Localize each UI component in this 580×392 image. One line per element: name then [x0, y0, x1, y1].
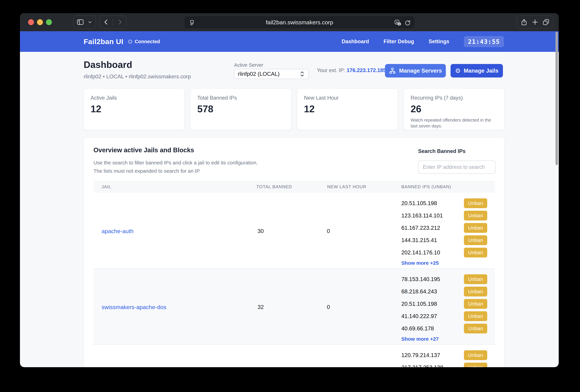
- active-server-label: Active Server: [234, 62, 263, 68]
- tab-overview-icon[interactable]: [542, 18, 550, 26]
- sidebar-icon: [76, 18, 84, 26]
- column-header-new-last-hour: NEW LAST HOUR: [327, 181, 366, 193]
- stat-label: Recurring IPs (7 days): [411, 95, 498, 101]
- banned-ip: 123.163.114.101: [401, 212, 443, 219]
- stat-description: Watch repeated offenders detected in the…: [411, 117, 498, 129]
- new-tab-icon[interactable]: [531, 18, 539, 26]
- active-server-value: rlinfp02 (LOCAL): [238, 71, 280, 77]
- unban-button[interactable]: Unban: [464, 211, 487, 220]
- page-format-icon[interactable]: [189, 19, 195, 26]
- overview-description-1: Use the search to filter banned IPs and …: [93, 160, 258, 166]
- nav-dashboard[interactable]: Dashboard: [342, 38, 369, 45]
- stat-label: Total Banned IPs: [197, 95, 284, 101]
- nav-filter-debug[interactable]: Filter Debug: [383, 38, 414, 45]
- external-ip: Your ext. IP: 176.223.172.185: [317, 67, 386, 73]
- clock-badge: 21:43:55: [464, 36, 504, 47]
- table-row: apache-auth 30 0 20.51.105.198 Unban 123…: [93, 193, 495, 269]
- unban-button[interactable]: Unban: [464, 223, 487, 233]
- unban-button[interactable]: Unban: [464, 311, 487, 321]
- external-ip-label: Your ext. IP:: [317, 67, 345, 73]
- stat-cards: Active Jails 12 Total Banned IPs 578 New…: [84, 89, 504, 130]
- banned-ip: 144.31.215.41: [401, 237, 437, 243]
- connected-status-icon: [128, 39, 132, 44]
- server-breadcrumb: rlinfp02 • LOCAL • rlinfp02.swissmakers.…: [84, 73, 191, 80]
- show-more-link[interactable]: Show more +27: [401, 336, 439, 342]
- search-banned-ips-label: Search Banned IPs: [418, 148, 466, 154]
- chevron-down-icon: [87, 19, 93, 25]
- banned-ip: 61.167.223.212: [401, 225, 440, 231]
- unban-button[interactable]: Unban: [464, 299, 487, 309]
- stat-value: 12: [91, 103, 177, 114]
- traffic-lights: [28, 19, 52, 25]
- divider: [113, 18, 113, 26]
- sidebar-toggle[interactable]: [73, 15, 96, 29]
- stat-value: 12: [304, 103, 391, 114]
- active-server-select[interactable]: rlinfp02 (LOCAL): [234, 69, 309, 79]
- overview-title: Overview active Jails and Blocks: [93, 147, 194, 154]
- new-last-hour-value: 0: [327, 228, 330, 234]
- banned-ip: 78.153.140.195: [401, 276, 440, 283]
- overview-panel: Overview active Jails and Blocks Use the…: [84, 138, 504, 367]
- address-bar[interactable]: fail2ban.swissmakers.corp A x: [184, 16, 415, 29]
- stat-card-active-jails: Active Jails 12: [84, 89, 184, 130]
- unban-button[interactable]: Unban: [464, 248, 487, 257]
- banned-ip: 20.51.105.198: [401, 301, 437, 307]
- manage-jails-label: Manage Jails: [464, 68, 498, 74]
- unban-button[interactable]: Unban: [464, 235, 487, 245]
- forward-button[interactable]: [116, 18, 123, 26]
- stat-card-total-banned: Total Banned IPs 578: [190, 89, 291, 130]
- unban-button[interactable]: Unban: [464, 324, 487, 333]
- overview-description-2: The lists must not expanded to search fo…: [93, 168, 200, 174]
- share-icon[interactable]: [520, 18, 528, 26]
- total-banned-value: 30: [258, 228, 264, 234]
- stat-card-new-last-hour: New Last Hour 12: [297, 89, 398, 130]
- back-button[interactable]: [103, 18, 110, 26]
- unban-button[interactable]: Unban: [464, 274, 487, 284]
- gear-icon: ⚙: [455, 68, 461, 74]
- stat-value: 578: [197, 103, 284, 114]
- sitemap-icon: [389, 67, 396, 74]
- zoom-button[interactable]: [46, 19, 52, 25]
- new-last-hour-value: 0: [327, 304, 330, 310]
- unban-button[interactable]: Unban: [464, 287, 487, 296]
- translate-icon[interactable]: A x: [394, 19, 402, 27]
- jail-link-swissmakers-apache-dos[interactable]: swissmakers-apache-dos: [102, 304, 166, 310]
- stat-value: 26: [411, 103, 498, 114]
- external-ip-value: 176.223.172.185: [347, 67, 386, 73]
- url-text: fail2ban.swissmakers.corp: [266, 19, 333, 26]
- column-header-total-banned: TOTAL BANNED: [256, 181, 292, 193]
- dashboard-page: Dashboard rlinfp02 • LOCAL • rlinfp02.sw…: [20, 52, 559, 367]
- svg-text:x: x: [399, 23, 400, 25]
- banned-ip: 20.51.105.198: [401, 200, 437, 206]
- manage-servers-button[interactable]: Manage Servers: [385, 64, 446, 78]
- table-row: swissmakers-apache-dos 32 0 78.153.140.1…: [93, 269, 495, 345]
- unban-button[interactable]: Unban: [464, 350, 487, 360]
- nav-settings[interactable]: Settings: [429, 38, 449, 45]
- manage-servers-label: Manage Servers: [399, 68, 442, 74]
- page-title: Dashboard: [84, 59, 132, 70]
- unban-button[interactable]: Unban: [464, 198, 487, 208]
- stat-label: New Last Hour: [304, 95, 391, 101]
- select-stepper-icon: [299, 71, 305, 77]
- banned-ip: 41.140.222.97: [401, 313, 437, 319]
- reload-icon[interactable]: [404, 20, 411, 26]
- app-navbar: Fail2ban UI Connected Dashboard Filter D…: [20, 31, 559, 52]
- banned-ip: 68.218.64.243: [401, 288, 437, 295]
- close-button[interactable]: [28, 19, 34, 25]
- column-header-banned-ips: BANNED IPS (UNBAN): [401, 181, 451, 193]
- app-title: Fail2ban UI: [84, 37, 123, 46]
- stat-label: Active Jails: [91, 95, 177, 101]
- table-header-row: JAIL TOTAL BANNED NEW LAST HOUR BANNED I…: [93, 181, 495, 193]
- show-more-link[interactable]: Show more +25: [401, 260, 439, 266]
- banned-ip: 120.79.214.137: [401, 352, 440, 358]
- banned-ip: 217.217.253.138: [401, 364, 443, 367]
- minimize-button[interactable]: [37, 19, 43, 25]
- scrollbar-thumb[interactable]: [556, 32, 558, 165]
- table-row: 120.79.214.137 Unban 217.217.253.138 Unb…: [93, 345, 495, 367]
- unban-button[interactable]: Unban: [464, 363, 487, 367]
- jail-link-apache-auth[interactable]: apache-auth: [102, 228, 134, 234]
- search-input[interactable]: [418, 161, 495, 174]
- browser-toolbar: fail2ban.swissmakers.corp A x: [20, 13, 559, 31]
- manage-jails-button[interactable]: ⚙ Manage Jails: [450, 64, 503, 78]
- toolbar-right-group: [516, 15, 554, 29]
